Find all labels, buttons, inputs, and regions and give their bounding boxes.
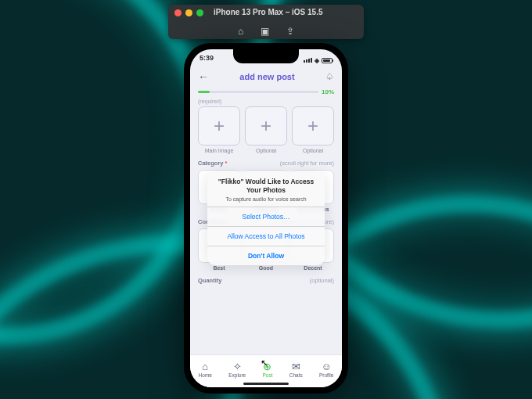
- share-sim-icon[interactable]: ⇪: [286, 26, 294, 37]
- tab-explore[interactable]: ✧Explore: [228, 361, 246, 378]
- condition-good-label: Good: [245, 265, 287, 271]
- simulator-titlebar: iPhone 13 Pro Max – iOS 15.5 ⌂ ▣ ⇪: [168, 5, 364, 39]
- plus-icon: +: [214, 115, 225, 137]
- tab-explore-label: Explore: [228, 372, 246, 378]
- condition-good[interactable]: [245, 228, 287, 263]
- mouse-cursor-icon: ↖: [261, 358, 268, 368]
- required-hint: (required): [198, 99, 334, 104]
- plus-icon: +: [261, 115, 271, 137]
- notifications-button[interactable]: ♤: [325, 71, 334, 82]
- battery-icon: [322, 58, 332, 63]
- category-row[interactable]: Books Daily use Accessories: [198, 170, 334, 212]
- required-asterisk: *: [227, 218, 229, 225]
- condition-scroll-hint: (scroll right for more): [280, 218, 334, 225]
- user-icon: ☺: [322, 361, 332, 372]
- condition-decent-label: Decent: [292, 265, 334, 271]
- tab-chats-label: Chats: [289, 372, 303, 378]
- tab-home[interactable]: ⌂Home: [199, 361, 212, 378]
- simulator-title: iPhone 13 Pro Max – iOS 15.5: [214, 8, 323, 16]
- zoom-dot[interactable]: [196, 9, 203, 16]
- category-accessories[interactable]: [292, 170, 334, 204]
- upload-optional2-label: Optional: [292, 148, 334, 153]
- category-daily-use[interactable]: [245, 170, 287, 204]
- quantity-section-label: Quantity: [198, 277, 221, 284]
- upload-main-label: Main Image: [198, 148, 240, 153]
- progress-percent: 10%: [322, 88, 334, 95]
- tab-home-label: Home: [199, 372, 212, 378]
- wifi-icon: ◈: [315, 57, 319, 64]
- tab-profile-label: Profile: [319, 372, 333, 378]
- condition-decent[interactable]: [292, 228, 334, 263]
- condition-best-label: Best: [198, 265, 240, 271]
- screenshot-sim-icon[interactable]: ▣: [261, 26, 269, 37]
- category-scroll-hint: (scroll right for more): [280, 160, 334, 167]
- condition-row[interactable]: Best Good Decent: [198, 228, 334, 271]
- upload-optional-2[interactable]: +: [292, 106, 334, 146]
- tab-chats[interactable]: ✉Chats: [289, 361, 303, 378]
- category-acc-label: Accessories: [292, 207, 334, 212]
- upload-main-image[interactable]: +: [198, 106, 240, 146]
- category-books-label: Books: [198, 207, 240, 212]
- progress-bar: [198, 91, 318, 93]
- compass-icon: ✧: [233, 361, 242, 372]
- category-books[interactable]: [198, 170, 240, 204]
- status-time: 5:39: [200, 54, 214, 66]
- back-button[interactable]: ←: [198, 70, 209, 83]
- condition-best[interactable]: [198, 228, 240, 263]
- quantity-hint: (optional): [310, 277, 334, 284]
- required-asterisk: *: [225, 160, 228, 167]
- plus-icon: +: [307, 115, 318, 137]
- minimize-dot[interactable]: [185, 9, 192, 16]
- upload-optional-1[interactable]: +: [245, 106, 287, 146]
- signal-icon: [304, 58, 312, 63]
- category-daily-label: Daily use: [245, 207, 287, 212]
- home-icon: ⌂: [202, 361, 208, 372]
- device-notch: [233, 49, 299, 63]
- category-section-label: Category: [198, 160, 224, 167]
- iphone-device-frame: 5:39 ◈ ← add new post ♤ 10% (required) +…: [184, 43, 348, 394]
- page-title: add new post: [239, 72, 294, 81]
- nav-bar: ← add new post ♤: [190, 66, 342, 87]
- chat-icon: ✉: [292, 361, 300, 372]
- upload-optional1-label: Optional: [245, 148, 287, 153]
- tab-post-label: Post: [262, 372, 272, 378]
- window-traffic-lights[interactable]: [174, 9, 203, 16]
- condition-section-label: Condition: [198, 218, 225, 225]
- close-dot[interactable]: [174, 9, 182, 16]
- home-sim-icon[interactable]: ⌂: [238, 26, 243, 37]
- tab-profile[interactable]: ☺Profile: [319, 361, 333, 378]
- home-indicator[interactable]: [243, 383, 289, 385]
